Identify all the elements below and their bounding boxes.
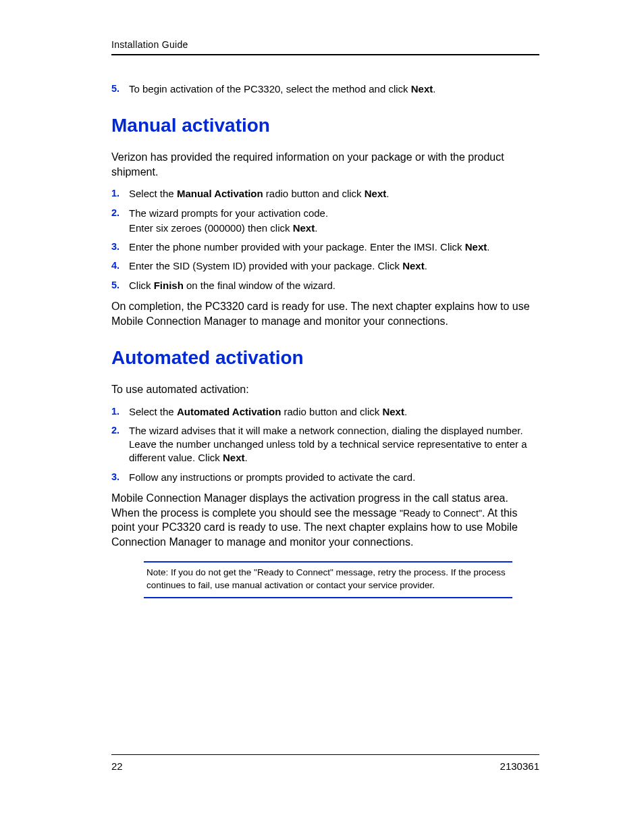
sub-line: Enter six zeroes (000000) then click Nex… <box>129 221 539 235</box>
manual-step-1: 1. Select the Manual Activation radio bu… <box>111 187 539 201</box>
list-text: Enter the SID (System ID) provided with … <box>129 259 539 273</box>
bold-text: Finish <box>154 280 184 291</box>
text: . <box>404 406 407 417</box>
note-box: Note: If you do not get the "Ready to Co… <box>144 561 512 598</box>
bold-text: Manual Activation <box>177 188 263 199</box>
list-number: 2. <box>111 424 129 465</box>
list-text: Enter the phone number provided with you… <box>129 240 539 254</box>
text: . <box>244 452 247 463</box>
text: The wizard prompts for your activation c… <box>129 207 328 219</box>
list-text: Follow any instructions or prompts provi… <box>129 471 539 484</box>
bold-text: Automated Activation <box>177 406 281 417</box>
paragraph: Verizon has provided the required inform… <box>111 150 539 179</box>
text: . <box>425 260 427 271</box>
list-text: Click Finish on the final window of the … <box>129 279 539 292</box>
bold-text: Next <box>465 241 487 253</box>
list-number: 1. <box>111 187 129 201</box>
bold-text: Next <box>223 452 245 463</box>
bold-text: Next <box>293 222 315 234</box>
text: . <box>487 241 489 253</box>
heading-automated-activation: Automated activation <box>111 347 539 369</box>
text: Enter the phone number provided with you… <box>129 241 465 253</box>
manual-step-2: 2. The wizard prompts for your activatio… <box>111 207 539 236</box>
text: Click <box>129 280 154 291</box>
list-text: Select the Automated Activation radio bu… <box>129 405 539 419</box>
list-number: 4. <box>111 259 129 273</box>
text: The wizard advises that it will make a n… <box>129 425 527 464</box>
text: . <box>433 83 435 95</box>
bold-text: Next <box>382 406 404 417</box>
paragraph: On completion, the PC3320 card is ready … <box>111 299 539 328</box>
text: on the final window of the wizard. <box>184 280 336 291</box>
text: Select the <box>129 188 177 199</box>
paragraph: Mobile Connection Manager displays the a… <box>111 491 539 549</box>
text: To begin activation of the PC3320, selec… <box>129 83 411 95</box>
list-number: 3. <box>111 240 129 254</box>
auto-step-1: 1. Select the Automated Activation radio… <box>111 405 539 419</box>
intro-step: 5. To begin activation of the PC3320, se… <box>111 82 539 96</box>
zeros: 000000 <box>208 222 242 234</box>
bold-text: Next <box>365 188 387 199</box>
list-text: The wizard advises that it will make a n… <box>129 424 539 465</box>
text: Enter the SID (System ID) provided with … <box>129 260 402 271</box>
list-number: 5. <box>111 279 129 292</box>
list-number: 2. <box>111 207 129 236</box>
manual-step-4: 4. Enter the SID (System ID) provided wi… <box>111 259 539 273</box>
page-number: 22 <box>111 760 123 772</box>
auto-step-3: 3. Follow any instructions or prompts pr… <box>111 471 539 484</box>
text: radio button and click <box>281 406 382 417</box>
header-title: Installation Guide <box>111 39 539 55</box>
text: Select the <box>129 406 177 417</box>
quoted-text: "Ready to Connect" <box>400 508 482 519</box>
page-content: Installation Guide 5. To begin activatio… <box>111 39 539 770</box>
bold-text: Next <box>402 260 425 271</box>
auto-step-2: 2. The wizard advises that it will make … <box>111 424 539 465</box>
list-number: 3. <box>111 471 129 484</box>
bold-text: Next <box>411 83 433 95</box>
footer: 22 2130361 <box>111 754 539 772</box>
list-text: To begin activation of the PC3320, selec… <box>129 82 539 96</box>
list-number: 1. <box>111 405 129 419</box>
text: ) then click <box>242 222 293 234</box>
paragraph: To use automated activation: <box>111 382 539 397</box>
text: Follow any instructions or prompts provi… <box>129 471 415 483</box>
list-text: The wizard prompts for your activation c… <box>129 207 539 236</box>
list-number: 5. <box>111 82 129 96</box>
document-number: 2130361 <box>500 760 539 772</box>
text: Enter six zeroes ( <box>129 222 208 234</box>
list-text: Select the Manual Activation radio butto… <box>129 187 539 201</box>
heading-manual-activation: Manual activation <box>111 115 539 136</box>
text: radio button and click <box>263 188 365 199</box>
text: . <box>315 222 317 234</box>
manual-step-3: 3. Enter the phone number provided with … <box>111 240 539 254</box>
text: . <box>386 188 389 199</box>
manual-step-5: 5. Click Finish on the final window of t… <box>111 279 539 292</box>
